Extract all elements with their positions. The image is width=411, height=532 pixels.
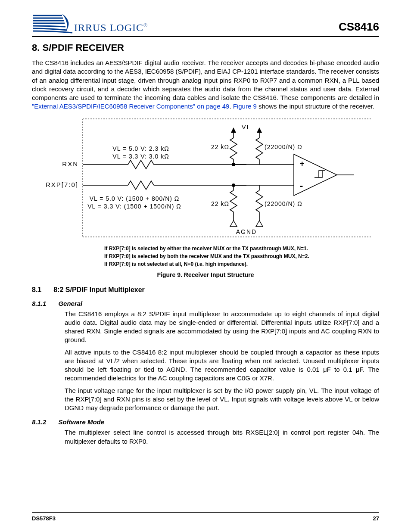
- part-number: CS8416: [339, 20, 379, 34]
- svg-text:AGND: AGND: [236, 228, 257, 235]
- svg-text:VL = 3.3 V: (1500 + 1500/N) Ω: VL = 3.3 V: (1500 + 1500/N) Ω: [87, 203, 181, 210]
- figure-notes: If RXP[7:0] is selected by either the re…: [104, 245, 379, 268]
- section-8-1-2-heading: 8.1.2 Software Mode: [32, 418, 379, 426]
- page-footer: DS578F3 27: [32, 512, 379, 522]
- svg-text:VL = 5.0 V: 2.3 kΩ: VL = 5.0 V: 2.3 kΩ: [112, 145, 169, 152]
- intro-paragraph: The CS8416 includes an AES3/SPDIF digita…: [32, 59, 379, 111]
- svg-text:22 kΩ: 22 kΩ: [211, 143, 229, 150]
- section-8-1-heading: 8.1 8:2 S/PDIF Input Multiplexer: [32, 286, 379, 294]
- svg-text:(22000/N) Ω: (22000/N) Ω: [265, 143, 302, 150]
- section-8-1-2-p1: The multiplexer select line control is a…: [65, 428, 379, 446]
- section-8-1-1-p1: The CS8416 employs a 8:2 S/PDIF input mu…: [65, 310, 379, 345]
- section-8-1-1-p3: The input voltage range for the input mu…: [65, 386, 379, 413]
- chapter-title: 8. S/PDIF RECEIVER: [32, 42, 379, 53]
- svg-marker-34: [256, 221, 263, 227]
- svg-marker-33: [230, 221, 237, 227]
- page-header: IRRUS LOGIC® CS8416: [32, 13, 379, 37]
- svg-text:RXP[7:0]: RXP[7:0]: [46, 181, 78, 188]
- section-8-1-1-p2: All active inputs to the CS8416 8:2 inpu…: [65, 348, 379, 383]
- svg-text:VL = 3.3 V: 3.0 kΩ: VL = 3.3 V: 3.0 kΩ: [112, 153, 169, 160]
- receiver-input-diagram: RXN RXP[7:0] VL = 5.0 V: 2.3 kΩ VL = 3.3…: [35, 115, 376, 240]
- svg-text:+: +: [300, 159, 305, 168]
- svg-text:VL = 5.0 V: (1500 + 800/N) Ω: VL = 5.0 V: (1500 + 800/N) Ω: [90, 195, 180, 202]
- logo-mark-icon: [32, 13, 73, 34]
- brand-logo: IRRUS LOGIC®: [32, 13, 148, 34]
- svg-text:RXN: RXN: [62, 160, 78, 168]
- brand-text: IRRUS LOGIC®: [74, 22, 148, 34]
- svg-marker-12: [257, 128, 262, 133]
- figure-caption: Figure 9. Receiver Input Structure: [32, 271, 379, 278]
- svg-text:22 kΩ: 22 kΩ: [211, 200, 229, 207]
- page-number: 27: [373, 515, 379, 522]
- svg-text:(22000/N) Ω: (22000/N) Ω: [265, 200, 302, 207]
- svg-text:VL: VL: [242, 123, 251, 131]
- figure-9: RXN RXP[7:0] VL = 5.0 V: 2.3 kΩ VL = 3.3…: [32, 115, 379, 278]
- doc-id: DS578F3: [32, 515, 56, 522]
- svg-text:-: -: [300, 180, 303, 191]
- xref-link[interactable]: Figure 9: [233, 103, 257, 110]
- section-8-1-1-heading: 8.1.1 General: [32, 300, 379, 307]
- xref-link[interactable]: "External AES3/SPDIF/IEC60958 Receiver C…: [32, 103, 229, 110]
- svg-marker-10: [231, 128, 236, 133]
